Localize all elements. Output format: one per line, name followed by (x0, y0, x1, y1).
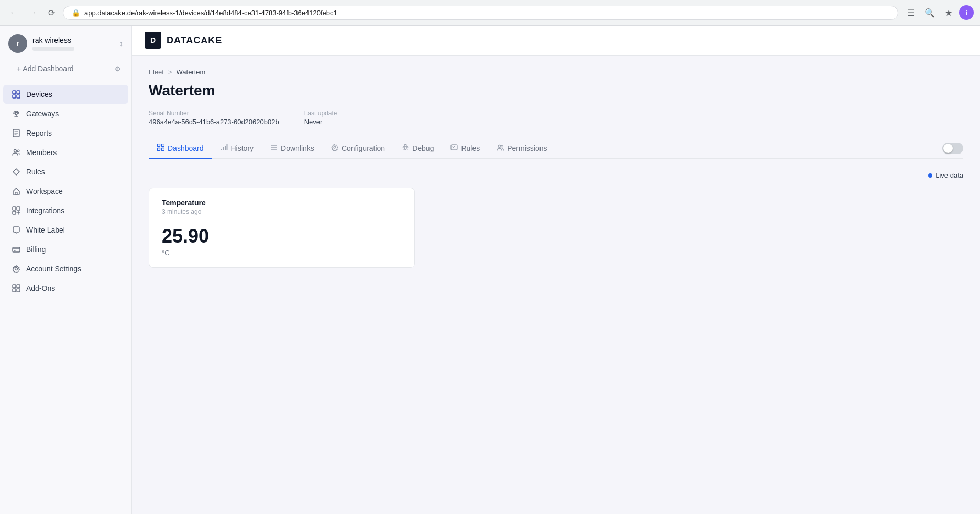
svg-rect-32 (223, 147, 224, 150)
sidebar-item-gateways[interactable]: Gateways (3, 104, 128, 123)
widget-value: 25.90 (162, 226, 402, 247)
svg-point-22 (15, 268, 18, 270)
live-data-indicator: Live data (149, 171, 963, 179)
svg-rect-34 (226, 144, 227, 150)
integrations-icon (12, 206, 21, 215)
tabs-bar: Dashboard History Downlinks (149, 138, 963, 159)
tab-rules-icon (450, 144, 458, 152)
svg-rect-28 (162, 144, 164, 147)
dashboard-settings-button[interactable]: ⚙ (111, 61, 125, 76)
tab-dashboard[interactable]: Dashboard (149, 138, 212, 159)
sidebar-item-rules[interactable]: Rules (3, 162, 128, 181)
sidebar-item-workspace-label: Workspace (26, 187, 63, 195)
widget-title: Temperature (162, 199, 402, 207)
tab-configuration-icon (331, 144, 338, 152)
sidebar-item-workspace[interactable]: Workspace (3, 182, 128, 201)
sidebar-item-reports-label: Reports (26, 129, 52, 137)
forward-button[interactable]: → (25, 5, 40, 20)
temperature-widget: Temperature 3 minutes ago 25.90 °C (149, 188, 415, 268)
widget-unit: °C (162, 249, 402, 257)
sidebar-item-devices[interactable]: Devices (3, 85, 128, 104)
last-update-section: Last update Never (304, 110, 337, 126)
app-container: r rak wireless ↕ + Add Dashboard ⚙ Devic… (0, 26, 980, 514)
tab-debug-icon (402, 144, 409, 152)
serial-number-section: Serial Number 496a4e4a-56d5-41b6-a273-60… (149, 110, 279, 126)
tab-dashboard-label: Dashboard (168, 144, 204, 152)
tab-downlinks-label: Downlinks (281, 144, 314, 152)
tab-configuration[interactable]: Configuration (323, 138, 393, 159)
svg-rect-26 (17, 289, 20, 292)
browser-toolbar: ← → ⟳ 🔒 app.datacake.de/rak-wireless-1/d… (0, 0, 980, 25)
tab-configuration-label: Configuration (342, 144, 385, 152)
add-dashboard-button[interactable]: + Add Dashboard (8, 60, 82, 77)
add-dashboard-row: + Add Dashboard ⚙ (0, 57, 131, 80)
tab-toggle-area (942, 143, 963, 154)
back-button[interactable]: ← (6, 5, 21, 20)
sidebar-item-devices-label: Devices (26, 90, 52, 99)
serial-number-label: Serial Number (149, 110, 279, 117)
svg-rect-25 (13, 289, 16, 292)
tab-rules[interactable]: Rules (442, 138, 488, 159)
workspace-icon (12, 187, 21, 196)
tab-rules-label: Rules (461, 144, 480, 152)
add-ons-icon (12, 283, 21, 293)
bookmark-button[interactable]: ★ (940, 4, 957, 21)
sidebar-user-info: rak wireless (32, 36, 74, 51)
svg-point-12 (17, 150, 19, 152)
tab-debug[interactable]: Debug (393, 138, 442, 159)
tab-downlinks[interactable]: Downlinks (262, 138, 323, 159)
breadcrumb-fleet[interactable]: Fleet (149, 68, 164, 76)
last-update-label: Last update (304, 110, 337, 117)
svg-rect-23 (13, 285, 16, 288)
main-content: D DATACAKE Fleet > Watertem Watertem Ser… (132, 26, 980, 514)
browser-chrome: ← → ⟳ 🔒 app.datacake.de/rak-wireless-1/d… (0, 0, 980, 26)
reports-icon (12, 128, 21, 138)
tab-permissions[interactable]: Permissions (488, 138, 555, 159)
svg-rect-29 (158, 148, 160, 151)
url-text: app.datacake.de/rak-wireless-1/devices/d… (84, 9, 337, 17)
sidebar-item-white-label[interactable]: White Label (3, 221, 128, 239)
svg-rect-1 (17, 91, 20, 94)
svg-rect-16 (13, 211, 16, 214)
svg-rect-31 (221, 149, 222, 150)
sidebar-item-integrations-label: Integrations (26, 206, 64, 215)
extensions-button[interactable]: ☰ (902, 4, 919, 21)
tab-history-label: History (231, 144, 254, 152)
sidebar-item-rules-label: Rules (26, 168, 45, 176)
tab-permissions-label: Permissions (507, 144, 547, 152)
tab-dashboard-icon (157, 144, 164, 152)
members-icon (12, 148, 21, 157)
sidebar-item-billing-label: Billing (26, 245, 46, 254)
svg-point-42 (498, 145, 501, 148)
tab-history[interactable]: History (212, 138, 262, 159)
logo-text: DATACAKE (167, 35, 222, 46)
sidebar-item-reports[interactable]: Reports (3, 124, 128, 143)
sidebar-item-account-settings[interactable]: Account Settings (3, 259, 128, 278)
svg-rect-0 (13, 91, 16, 94)
zoom-button[interactable]: 🔍 (921, 4, 938, 21)
toggle-knob (943, 144, 953, 153)
live-toggle-button[interactable] (942, 143, 963, 154)
account-settings-icon (12, 264, 21, 274)
sidebar-item-billing[interactable]: Billing (3, 240, 128, 259)
svg-point-43 (501, 145, 503, 147)
device-meta: Serial Number 496a4e4a-56d5-41b6-a273-60… (149, 110, 963, 126)
breadcrumb-current: Watertem (177, 68, 206, 76)
svg-rect-33 (225, 146, 226, 150)
sidebar-item-gateways-label: Gateways (26, 110, 59, 118)
tab-debug-label: Debug (412, 144, 434, 152)
tab-downlinks-icon (270, 144, 278, 152)
profile-button[interactable]: i (959, 5, 974, 20)
logo-box: D (145, 32, 161, 49)
svg-rect-2 (13, 95, 16, 98)
sidebar-item-integrations[interactable]: Integrations (3, 201, 128, 220)
sidebar-user[interactable]: r rak wireless (8, 34, 74, 53)
devices-icon (12, 90, 21, 99)
svg-point-11 (14, 150, 17, 152)
page-title: Watertem (149, 82, 963, 99)
address-bar[interactable]: 🔒 app.datacake.de/rak-wireless-1/devices… (63, 6, 898, 20)
sidebar-item-add-ons[interactable]: Add-Ons (3, 279, 128, 298)
sidebar-item-add-ons-label: Add-Ons (26, 284, 55, 292)
reload-button[interactable]: ⟳ (44, 5, 59, 20)
sidebar-item-members[interactable]: Members (3, 143, 128, 162)
